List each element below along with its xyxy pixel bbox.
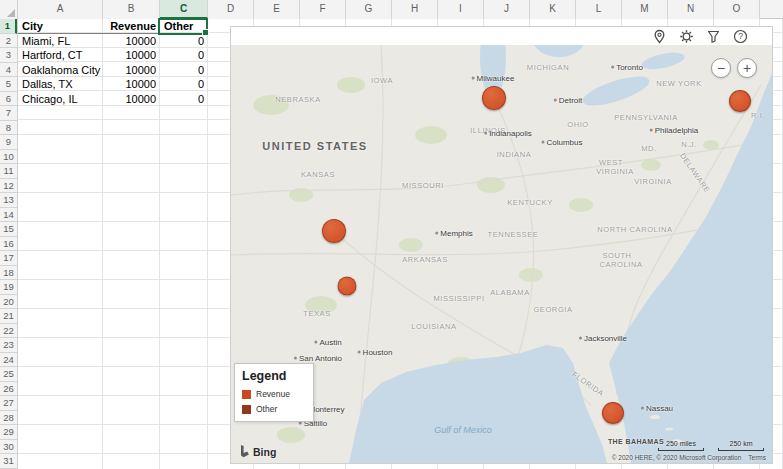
column-header-E[interactable]: E <box>254 0 300 19</box>
row-header-15[interactable]: 15 <box>0 222 17 237</box>
cell-C3[interactable]: 0 <box>160 48 208 63</box>
cell-A2[interactable]: Miami, FL <box>18 34 103 49</box>
filter-icon[interactable] <box>706 29 721 44</box>
row-header-16[interactable]: 16 <box>0 237 17 252</box>
row-header-23[interactable]: 23 <box>0 338 17 353</box>
zoom-controls: − + <box>711 58 757 78</box>
map-marker-hartford-ct[interactable] <box>729 90 751 112</box>
map-attribution: © 2020 HERE, © 2020 Microsoft Corporatio… <box>612 454 766 461</box>
legend-item-other: Other <box>242 404 306 414</box>
cell-B6[interactable]: 10000 <box>103 92 160 107</box>
row-header-21[interactable]: 21 <box>0 309 17 324</box>
legend-label: Revenue <box>256 389 290 399</box>
map-toolbar: ? <box>231 27 772 45</box>
row-header-25[interactable]: 25 <box>0 367 17 382</box>
settings-gear-icon[interactable] <box>679 29 694 44</box>
map-legend[interactable]: Legend RevenueOther <box>234 363 314 422</box>
cell-B3[interactable]: 10000 <box>103 48 160 63</box>
help-icon[interactable]: ? <box>733 29 748 44</box>
cell-C6[interactable]: 0 <box>160 92 208 107</box>
row-header-20[interactable]: 20 <box>0 295 17 310</box>
cell-B2[interactable]: 10000 <box>103 34 160 49</box>
column-header-B[interactable]: B <box>103 0 160 19</box>
cell-B1[interactable]: Revenue <box>103 19 160 34</box>
row-header-5[interactable]: 5 <box>0 77 17 92</box>
bing-icon <box>240 445 250 458</box>
location-icon[interactable] <box>652 29 667 44</box>
column-header-O[interactable]: O <box>714 0 760 19</box>
row-header-8[interactable]: 8 <box>0 121 17 136</box>
row-header-30[interactable]: 30 <box>0 440 17 455</box>
column-header-H[interactable]: H <box>392 0 438 19</box>
row-header-27[interactable]: 27 <box>0 396 17 411</box>
row-header-9[interactable]: 9 <box>0 135 17 150</box>
row-header-29[interactable]: 29 <box>0 425 17 440</box>
column-header-D[interactable]: D <box>208 0 254 19</box>
legend-swatch-other <box>242 405 251 414</box>
column-header-M[interactable]: M <box>622 0 668 19</box>
cell-C5[interactable]: 0 <box>160 77 208 92</box>
cell-A6[interactable]: Chicago, IL <box>18 92 103 107</box>
cell-B5[interactable]: 10000 <box>103 77 160 92</box>
column-header-C[interactable]: C <box>160 0 208 19</box>
map-chart[interactable]: ? <box>230 26 773 464</box>
column-header-F[interactable]: F <box>300 0 346 19</box>
row-header-17[interactable]: 17 <box>0 251 17 266</box>
row-header-19[interactable]: 19 <box>0 280 17 295</box>
row-header-24[interactable]: 24 <box>0 353 17 368</box>
column-header-K[interactable]: K <box>530 0 576 19</box>
zoom-out-button[interactable]: − <box>711 58 731 78</box>
column-header-G[interactable]: G <box>346 0 392 19</box>
row-header-12[interactable]: 12 <box>0 179 17 194</box>
map-scale: 250 miles 250 km <box>658 440 764 451</box>
row-header-18[interactable]: 18 <box>0 266 17 281</box>
legend-title: Legend <box>242 369 306 383</box>
excel-window: ABCDEFGHIJKLMNO 123456789101112131415161… <box>0 0 783 469</box>
scale-miles-bar <box>658 448 704 451</box>
cell-C1[interactable]: Other <box>160 19 208 34</box>
scale-miles: 250 miles <box>658 440 704 451</box>
legend-item-revenue: Revenue <box>242 389 306 399</box>
row-header-3[interactable]: 3 <box>0 48 17 63</box>
row-header-10[interactable]: 10 <box>0 150 17 165</box>
cell-B4[interactable]: 10000 <box>103 63 160 78</box>
cell-A4[interactable]: Oaklahoma City <box>18 63 103 78</box>
row-header-13[interactable]: 13 <box>0 193 17 208</box>
row-header-2[interactable]: 2 <box>0 34 17 49</box>
bing-logo: Bing <box>240 445 276 458</box>
map-marker-dallas-tx[interactable] <box>338 277 357 296</box>
terms-link[interactable]: Terms <box>748 454 766 461</box>
cell-C2[interactable]: 0 <box>160 34 208 49</box>
column-header-N[interactable]: N <box>668 0 714 19</box>
scale-miles-label: 250 miles <box>666 440 696 447</box>
column-header-row: ABCDEFGHIJKLMNO <box>0 0 783 19</box>
row-header-11[interactable]: 11 <box>0 164 17 179</box>
column-header-A[interactable]: A <box>18 0 103 19</box>
row-header-26[interactable]: 26 <box>0 382 17 397</box>
column-header-J[interactable]: J <box>484 0 530 19</box>
row-header-7[interactable]: 7 <box>0 106 17 121</box>
row-header-28[interactable]: 28 <box>0 411 17 426</box>
row-header-4[interactable]: 4 <box>0 63 17 78</box>
zoom-in-button[interactable]: + <box>737 58 757 78</box>
select-all-corner[interactable] <box>0 0 18 19</box>
map-marker-miami-fl[interactable] <box>602 402 624 424</box>
map-marker-chicago-il[interactable] <box>482 86 506 110</box>
legend-label: Other <box>256 404 277 414</box>
cell-A3[interactable]: Hartford, CT <box>18 48 103 63</box>
row-headers: 1234567891011121314151617181920212223242… <box>0 19 18 469</box>
row-header-14[interactable]: 14 <box>0 208 17 223</box>
cell-A5[interactable]: Dallas, TX <box>18 77 103 92</box>
cell-C4[interactable]: 0 <box>160 63 208 78</box>
row-header-1[interactable]: 1 <box>0 19 17 34</box>
map-canvas[interactable]: UNITED STATESIOWANEBRASKAMICHIGANILLINOI… <box>231 45 772 463</box>
column-header-L[interactable]: L <box>576 0 622 19</box>
row-header-31[interactable]: 31 <box>0 454 17 469</box>
map-marker-oaklahoma-city[interactable] <box>322 219 346 243</box>
row-header-6[interactable]: 6 <box>0 92 17 107</box>
row-header-22[interactable]: 22 <box>0 324 17 339</box>
scale-km-label: 250 km <box>730 440 753 447</box>
scale-km: 250 km <box>718 440 764 451</box>
cell-A1[interactable]: City <box>18 19 103 34</box>
column-header-I[interactable]: I <box>438 0 484 19</box>
